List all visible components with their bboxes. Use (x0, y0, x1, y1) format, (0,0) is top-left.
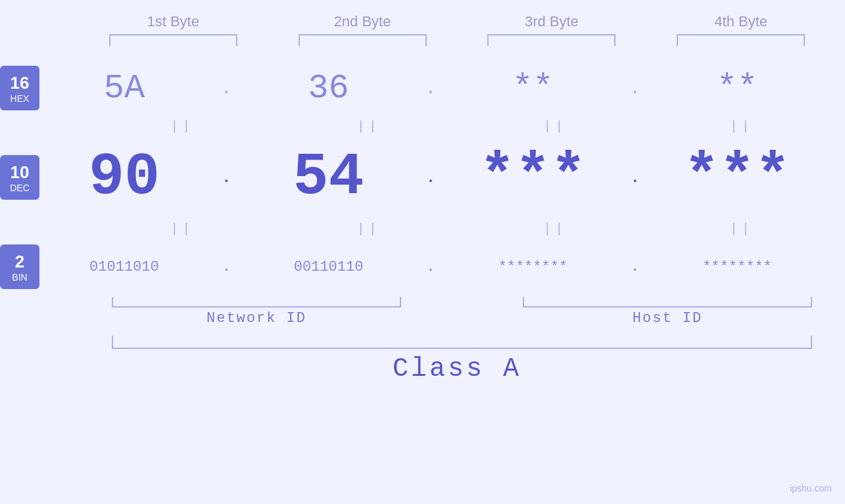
bin-badge-label: BIN (12, 272, 27, 283)
bracket-bottom-host (523, 297, 812, 308)
bracket-top-4 (677, 34, 805, 46)
bin-dot-2: . (414, 259, 447, 275)
dec-byte-1: 90 (60, 148, 188, 207)
bin-byte-3: ******** (469, 259, 597, 275)
eq-1-byte3: || (491, 119, 619, 134)
watermark: ipshu.com (790, 483, 832, 493)
byte-label-1: 1st Byte (109, 13, 237, 30)
dec-badge-number: 10 (11, 162, 30, 183)
byte-label-2: 2nd Byte (299, 13, 427, 30)
dec-dot-3: . (619, 169, 652, 187)
hex-badge: 16 HEX (0, 66, 39, 110)
bracket-top-3 (487, 34, 616, 46)
eq-2-byte2: || (304, 221, 433, 237)
hex-byte-1: 5A (60, 69, 188, 108)
bin-byte-4: ******** (673, 259, 801, 275)
dec-byte-3: *** (469, 148, 597, 207)
bin-dot-1: . (210, 259, 243, 275)
class-label: Class A (102, 354, 845, 384)
network-id-label: Network ID (112, 310, 401, 327)
main-layout: 1st Byte 2nd Byte 3rd Byte 4th Byte 16 H… (0, 0, 845, 504)
eq-1-byte2: || (304, 119, 433, 134)
host-id-label: Host ID (523, 310, 812, 327)
hex-dot-2: . (414, 78, 447, 99)
hex-dot-1: . (210, 78, 243, 99)
hex-dot-3: . (619, 78, 652, 99)
bin-badge: 2 BIN (0, 244, 39, 289)
byte-label-4: 4th Byte (677, 13, 805, 30)
hex-badge-label: HEX (11, 93, 30, 104)
dec-dot-1: . (210, 169, 243, 187)
dec-byte-2: 54 (264, 148, 393, 207)
dec-byte-4: *** (673, 148, 801, 207)
bin-byte-2: 00110110 (264, 259, 393, 275)
dec-badge: 10 DEC (0, 155, 39, 200)
bin-dot-3: . (619, 259, 652, 275)
hex-byte-4: ** (673, 69, 801, 108)
eq-1-byte4: || (677, 119, 806, 134)
eq-1-byte1: || (118, 119, 247, 134)
eq-2-byte4: || (677, 221, 806, 237)
bracket-top-2 (299, 34, 427, 46)
dec-dot-2: . (414, 169, 447, 187)
bin-byte-1: 01011010 (60, 259, 188, 275)
bin-badge-number: 2 (15, 252, 24, 272)
bracket-top-1 (109, 34, 237, 46)
bracket-class-bottom (112, 336, 812, 349)
hex-byte-2: 36 (264, 69, 393, 108)
eq-2-byte1: || (118, 221, 247, 237)
hex-byte-3: ** (469, 69, 597, 108)
eq-2-byte3: || (491, 221, 619, 237)
byte-label-3: 3rd Byte (487, 13, 616, 30)
dec-badge-label: DEC (10, 183, 30, 193)
hex-badge-number: 16 (11, 73, 30, 93)
bracket-bottom-network (112, 297, 401, 308)
